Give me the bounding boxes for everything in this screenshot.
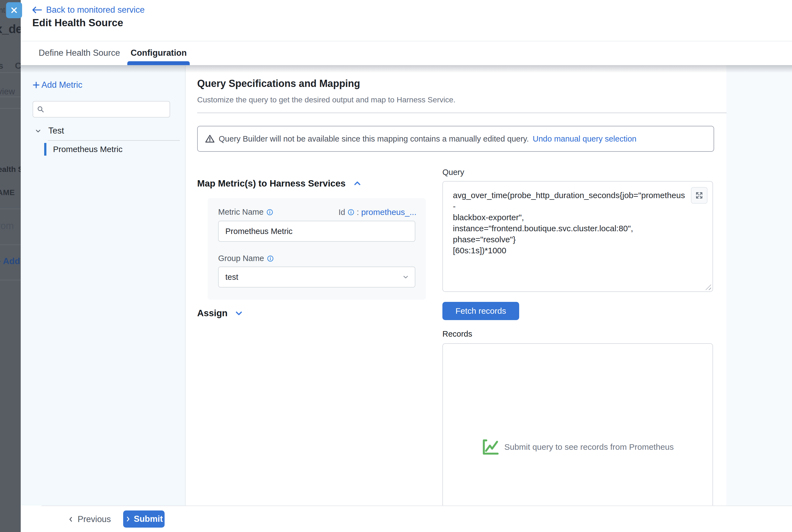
backdrop-divider	[0, 280, 21, 280]
backdrop-text-fragment: AME	[0, 188, 15, 197]
dialog-footer: Previous Submit	[41, 506, 792, 532]
previous-button[interactable]: Previous	[68, 506, 111, 532]
group-name-label: Group Name	[218, 254, 264, 263]
back-link-label: Back to monitored service	[46, 5, 145, 15]
query-text[interactable]: avg_over_time(probe_http_duration_second…	[453, 190, 686, 256]
back-to-monitored-service-link[interactable]: Back to monitored service	[31, 5, 145, 15]
id-separator: :	[357, 208, 359, 217]
metric-name-label: Metric Name	[218, 208, 263, 216]
sidebar-item-prometheus-metric[interactable]: Prometheus Metric	[44, 143, 123, 156]
chevron-left-icon	[68, 516, 74, 522]
chevron-down-icon	[402, 273, 409, 281]
section-subheading: Customize the query to get the desired o…	[197, 95, 455, 104]
close-button[interactable]	[6, 2, 22, 18]
active-tab-underline	[127, 61, 190, 65]
backdrop-text-fragment: rom	[0, 220, 14, 231]
records-empty-text: Submit query to see records from Prometh…	[504, 442, 674, 452]
page-title: Edit Health Source	[32, 17, 123, 29]
chevron-down-icon[interactable]	[234, 309, 243, 317]
metric-id-row: Id : prometheus_...	[338, 208, 417, 217]
info-icon[interactable]	[267, 255, 274, 262]
chevron-right-icon	[125, 516, 131, 522]
metrics-sidebar: Add Metric Test Prometheus Metric	[21, 65, 186, 506]
add-metric-button[interactable]: Add Metric	[33, 80, 82, 90]
close-icon	[11, 7, 18, 14]
group-name-value: test	[225, 273, 238, 282]
chevron-up-icon[interactable]	[353, 179, 362, 188]
fetch-records-button[interactable]: Fetch records	[442, 302, 519, 320]
warning-icon	[205, 134, 215, 144]
metric-mapping-card: Metric Name Id : prometheus_..	[208, 198, 426, 300]
right-gutter	[726, 65, 792, 506]
id-label: Id	[338, 208, 345, 217]
records-panel	[442, 343, 713, 506]
backdrop-text-fragment: C	[15, 61, 21, 71]
group-name-label-row: Group Name	[218, 254, 274, 263]
edit-health-source-screen: nt x_dev s C view ealth S AME rom + Add …	[0, 0, 792, 532]
backdrop-divider	[0, 209, 21, 209]
query-editor[interactable]: avg_over_time(probe_http_duration_second…	[442, 181, 713, 292]
add-metric-label: Add Metric	[41, 80, 82, 90]
metric-search-box	[33, 101, 170, 117]
backdrop-text-fragment: ealth S	[0, 165, 21, 174]
map-metrics-title: Map Metric(s) to Harness Services	[197, 178, 346, 189]
search-input[interactable]	[47, 104, 159, 114]
backdrop-text-fragment: x_dev	[0, 22, 21, 36]
info-icon[interactable]	[347, 209, 354, 216]
section-heading: Query Specifications and Mapping	[197, 78, 360, 90]
assign-section-header[interactable]: Assign	[197, 308, 243, 319]
back-arrow-icon	[31, 5, 42, 14]
group-divider	[48, 140, 180, 141]
group-name-select[interactable]: test	[218, 267, 415, 287]
backdrop-text-fragment: nt	[0, 6, 5, 15]
backdrop-text-fragment: view	[0, 87, 15, 97]
expand-icon	[695, 191, 703, 200]
info-icon[interactable]	[266, 209, 273, 216]
backdrop-divider	[0, 97, 21, 97]
metric-item-label: Prometheus Metric	[53, 145, 123, 154]
warning-text: Query Builder will not be available sinc…	[219, 134, 529, 144]
search-icon	[37, 106, 44, 113]
section-divider	[197, 113, 726, 113]
metric-group-test[interactable]: Test	[48, 126, 64, 136]
page-backdrop: nt x_dev s C view ealth S AME rom + Add	[0, 0, 21, 532]
backdrop-text-fragment: + Add	[0, 256, 20, 266]
tab-define-health-source[interactable]: Define Health Source	[39, 41, 120, 64]
plus-icon	[33, 81, 40, 89]
records-empty-state: Submit query to see records from Prometh…	[442, 438, 713, 456]
selected-indicator	[44, 143, 47, 156]
submit-label: Submit	[134, 514, 163, 524]
metric-name-input[interactable]	[218, 221, 415, 242]
query-label: Query	[442, 168, 464, 177]
backdrop-divider	[0, 108, 21, 109]
assign-title: Assign	[197, 308, 227, 319]
resize-handle[interactable]	[704, 283, 711, 290]
records-label: Records	[442, 329, 472, 339]
dialog-body: Add Metric Test Prometheus Metric	[21, 65, 792, 506]
previous-label: Previous	[78, 514, 111, 524]
metric-name-label-row: Metric Name	[218, 208, 273, 216]
edit-health-source-dialog: Back to monitored service Edit Health So…	[21, 0, 792, 532]
metric-id-value[interactable]: prometheus_...	[361, 208, 417, 217]
chevron-down-icon[interactable]	[35, 128, 42, 135]
backdrop-divider	[0, 245, 21, 245]
expand-query-button[interactable]	[691, 187, 707, 204]
backdrop-divider	[0, 72, 21, 73]
query-builder-warning: Query Builder will not be available sinc…	[197, 126, 714, 152]
backdrop-text-fragment: s	[0, 61, 3, 71]
undo-manual-query-link[interactable]: Undo manual query selection	[533, 134, 637, 144]
line-chart-icon	[482, 438, 499, 456]
submit-button[interactable]: Submit	[123, 511, 165, 528]
map-metrics-section-header[interactable]: Map Metric(s) to Harness Services	[197, 178, 362, 189]
